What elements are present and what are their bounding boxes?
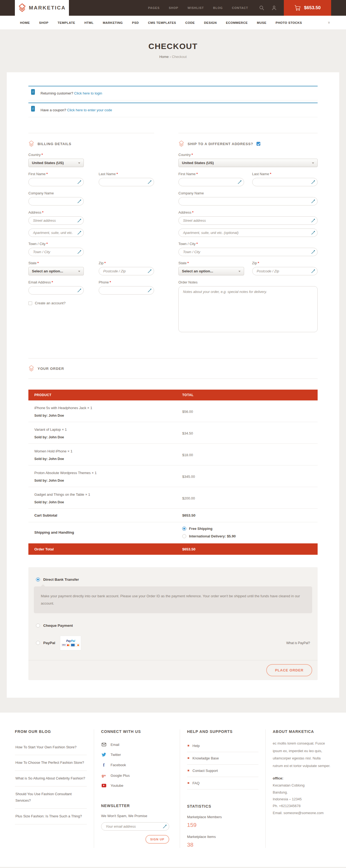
info-icon: i xyxy=(31,89,35,95)
category-nav-item[interactable]: CODE xyxy=(185,21,195,24)
help-link[interactable]: FAQ xyxy=(187,777,258,789)
radio-icon[interactable] xyxy=(182,527,186,531)
shipping-option-label: Free Shipping xyxy=(189,527,212,531)
product-total: $34.50 xyxy=(182,431,318,435)
checkout-card: i Returning customer? Click here to logi… xyxy=(7,72,339,698)
category-nav-item[interactable]: PHOTO STOCKS xyxy=(276,21,302,24)
billing-first-name-input[interactable] xyxy=(28,178,84,186)
footer-about-title: ABOUT MARKETICA xyxy=(273,730,331,734)
shipping-zip-input[interactable] xyxy=(252,267,318,275)
shipping-company-input[interactable] xyxy=(178,197,318,206)
billing-town-input[interactable] xyxy=(28,248,84,256)
top-nav-item[interactable]: BLOG xyxy=(213,6,223,9)
shipping-apartment-input[interactable] xyxy=(178,228,318,237)
breadcrumb-home[interactable]: Home xyxy=(159,55,169,59)
shipping-handling-label: Shipping and Handling xyxy=(28,530,182,534)
category-nav-item[interactable]: TEMPLATE xyxy=(58,21,75,24)
payment-paypal-radio[interactable] xyxy=(36,641,40,645)
coupon-link[interactable]: Click here to enter your code xyxy=(67,108,112,112)
what-is-paypal-link[interactable]: What is PayPal? xyxy=(286,641,310,645)
product-sold-by: Sold by: John Doe xyxy=(28,414,182,417)
newsletter-signup-button[interactable]: SIGN UP xyxy=(145,835,169,844)
info-icon: i xyxy=(31,106,35,112)
payment-cheque-radio[interactable] xyxy=(36,623,40,627)
social-link-email[interactable]: Email xyxy=(101,740,173,750)
category-nav-item[interactable]: SHOP xyxy=(39,21,49,24)
billing-address-label: Address* xyxy=(28,210,154,214)
payment-bank-row[interactable]: Direct Bank Transfer xyxy=(28,578,318,582)
create-account-option[interactable]: Create an account? xyxy=(28,301,154,305)
top-nav-item[interactable]: WISHLIST xyxy=(187,6,204,9)
product-total: $345.00 xyxy=(182,475,318,479)
blog-post-link[interactable]: How To Start Your Own Fashion Store? xyxy=(15,740,87,755)
breadcrumb-separator: › xyxy=(170,55,171,59)
category-nav-item[interactable]: HTML xyxy=(84,21,94,24)
shipping-state-label: State* xyxy=(178,261,244,265)
category-nav-item[interactable]: HOME xyxy=(20,21,30,24)
blog-post-link[interactable]: How To Choose The Perfect Fashion Store? xyxy=(15,755,87,771)
top-nav-item[interactable]: CONTACT xyxy=(232,6,248,9)
social-link-google-plus[interactable]: g+ Google Plus xyxy=(101,771,173,780)
help-link[interactable]: Knowladge Base xyxy=(187,752,258,765)
create-account-checkbox[interactable] xyxy=(28,301,32,305)
cart-button[interactable]: $653.50 xyxy=(284,0,331,16)
blog-post-link[interactable]: What is So Alluring About Celebrity Fash… xyxy=(15,771,87,786)
shipping-option[interactable]: International Delivery: $5.90 xyxy=(182,534,318,538)
top-nav-item[interactable]: PAGES xyxy=(148,6,160,9)
billing-street-input[interactable] xyxy=(28,216,84,225)
top-nav-item[interactable]: SHOP xyxy=(169,6,178,9)
shipping-option[interactable]: Free Shipping xyxy=(182,527,318,531)
category-nav-item[interactable]: MARKETING xyxy=(103,21,123,24)
shipping-town-input[interactable] xyxy=(178,248,318,256)
shipping-last-name-input[interactable] xyxy=(252,178,318,186)
payment-methods-box: Direct Bank Transfer Make your payment d… xyxy=(28,567,318,680)
help-link[interactable]: Contact Support xyxy=(187,765,258,777)
social-link-youtube[interactable]: Youtube xyxy=(101,780,173,790)
blog-post-link[interactable]: Should You Use Fashion Consultant Servic… xyxy=(15,786,87,809)
billing-email-input[interactable] xyxy=(28,286,84,294)
newsletter-title: NEWSLETTER xyxy=(101,804,173,808)
logo[interactable]: MARKETICA xyxy=(15,0,69,16)
blog-post-link[interactable]: Plus Size Fashion: Is There Such a Thing… xyxy=(15,809,87,825)
payment-bank-radio[interactable] xyxy=(36,578,40,582)
social-link-twitter[interactable]: Twitter xyxy=(101,750,173,760)
cart-total: $653.50 xyxy=(304,5,321,10)
bullet-icon xyxy=(187,745,189,746)
payment-paypal-row[interactable]: PayPal PayPal VISA What is PayPal? xyxy=(28,636,318,650)
radio-icon[interactable] xyxy=(182,534,186,538)
payment-cheque-row[interactable]: Cheque Payment xyxy=(28,623,318,627)
billing-phone-input[interactable] xyxy=(99,286,154,294)
shipping-street-input[interactable] xyxy=(178,216,318,225)
category-nav-item[interactable]: PSD xyxy=(132,21,139,24)
shipping-state-select[interactable]: Select an option... xyxy=(178,267,244,275)
billing-company-input[interactable] xyxy=(28,197,84,206)
statistics-section: STATISTICS Marketplace Members 159 Marke… xyxy=(187,804,258,848)
category-nav-item[interactable]: CMS TEMPLATES xyxy=(148,21,176,24)
login-link[interactable]: Click here to login xyxy=(74,91,102,95)
category-nav-item[interactable]: DESIGN xyxy=(204,21,217,24)
pen-icon xyxy=(148,269,152,273)
order-notes-textarea[interactable] xyxy=(178,286,318,332)
billing-state-select[interactable]: Select an option... xyxy=(28,267,84,275)
category-nav-item[interactable]: MUSE xyxy=(257,21,266,24)
ship-different-address-checkbox[interactable] xyxy=(256,142,260,146)
social-link-facebook[interactable]: f Facebook xyxy=(101,760,173,771)
search-icon[interactable] xyxy=(259,5,264,10)
billing-zip-input[interactable] xyxy=(99,267,154,275)
help-link[interactable]: Help xyxy=(187,740,258,752)
place-order-button[interactable]: PLACE ORDER xyxy=(266,664,312,676)
product-total: $200.00 xyxy=(182,496,318,500)
shipping-first-name-input[interactable] xyxy=(178,178,244,186)
pen-icon xyxy=(311,250,315,254)
pen-icon xyxy=(148,180,152,184)
billing-apartment-input[interactable] xyxy=(28,228,84,237)
billing-last-name-input[interactable] xyxy=(99,178,154,186)
newsletter-email-input[interactable] xyxy=(101,822,169,831)
user-icon[interactable] xyxy=(271,5,277,10)
more-categories-icon[interactable]: » xyxy=(327,21,332,24)
page-header: CHECKOUT Home › Checkout xyxy=(0,30,346,72)
order-total-value: $653.50 xyxy=(182,547,318,551)
billing-country-select[interactable]: United States (US) xyxy=(28,159,84,167)
shipping-country-select[interactable]: United States (US) xyxy=(178,159,318,167)
category-nav-item[interactable]: ECOMMERCE xyxy=(226,21,248,24)
